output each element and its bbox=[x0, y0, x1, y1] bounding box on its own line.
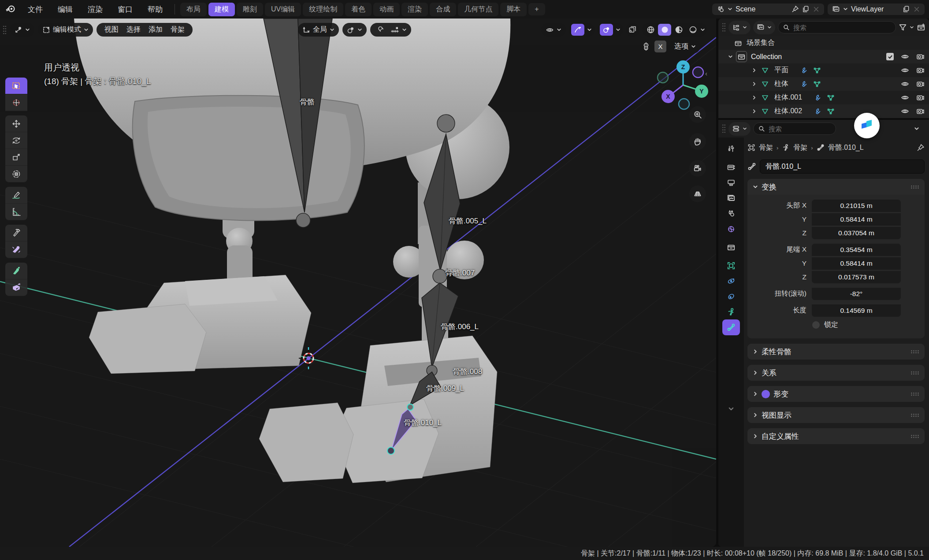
show-gizmo-toggle[interactable] bbox=[571, 24, 584, 36]
breadcrumb-object[interactable]: 骨架 bbox=[759, 143, 773, 152]
bone-name-field[interactable]: 骨骼.010_L bbox=[760, 159, 925, 174]
outliner-search[interactable] bbox=[778, 21, 896, 33]
outliner-item-label[interactable]: 柱体.002 bbox=[774, 107, 802, 116]
tool-bone-envelope[interactable] bbox=[5, 241, 27, 258]
show-overlays-toggle[interactable] bbox=[600, 24, 613, 36]
outliner-row-plane[interactable]: 平面 bbox=[718, 63, 929, 77]
menu-window[interactable]: 窗口 bbox=[110, 0, 140, 19]
outliner-row-scene-collection[interactable]: 场景集合 bbox=[718, 36, 929, 50]
tab-view-layer[interactable] bbox=[722, 190, 740, 206]
filter-funnel-icon[interactable] bbox=[899, 23, 907, 32]
menu-file[interactable]: 文件 bbox=[20, 0, 50, 19]
chevron-down-icon[interactable] bbox=[910, 25, 914, 30]
workspace-tab-animation[interactable]: 动画 bbox=[373, 3, 400, 16]
panel-drag-handle[interactable] bbox=[910, 350, 919, 354]
collapse-chevron-icon[interactable] bbox=[728, 54, 733, 59]
pivot-point-selector[interactable] bbox=[342, 23, 367, 37]
editor-type-selector[interactable] bbox=[10, 23, 34, 37]
tail-y-field[interactable]: 0.58414 m bbox=[812, 257, 901, 270]
chevron-down-icon[interactable] bbox=[700, 27, 705, 32]
roll-field[interactable]: -82° bbox=[812, 288, 901, 300]
tool-transform[interactable] bbox=[5, 166, 27, 182]
outliner-item-label[interactable]: 柱体.001 bbox=[774, 93, 802, 102]
deform-checkbox[interactable] bbox=[762, 390, 770, 398]
camera-view-button[interactable] bbox=[689, 160, 706, 177]
editor-grip[interactable] bbox=[722, 124, 726, 134]
tab-object[interactable] bbox=[722, 258, 740, 274]
floating-app-logo[interactable] bbox=[854, 113, 880, 138]
menu-add[interactable]: 添加 bbox=[145, 25, 166, 35]
hide-eye-icon[interactable] bbox=[901, 80, 909, 88]
menu-view[interactable]: 视图 bbox=[101, 25, 122, 35]
tail-x-field[interactable]: 0.35454 m bbox=[812, 244, 901, 256]
shading-rendered-button[interactable] bbox=[686, 24, 699, 36]
render-camera-icon[interactable] bbox=[916, 52, 925, 61]
render-camera-icon[interactable] bbox=[916, 66, 925, 74]
outliner-row-cylinder-001[interactable]: 柱体.001 bbox=[718, 91, 929, 104]
outliner-row-cylinder-002[interactable]: 柱体.002 bbox=[718, 104, 929, 118]
tool-cursor[interactable] bbox=[5, 94, 27, 111]
tab-output[interactable] bbox=[722, 175, 740, 191]
properties-search[interactable] bbox=[753, 122, 836, 135]
outliner-row-collection[interactable]: Collection bbox=[718, 50, 929, 63]
workspace-add-button[interactable]: + bbox=[528, 3, 545, 15]
expand-chevron-icon[interactable] bbox=[752, 82, 757, 86]
custom-properties-panel[interactable]: 自定义属性 bbox=[747, 428, 925, 444]
hide-eye-icon[interactable] bbox=[901, 93, 909, 102]
workspace-tab-sculpt[interactable]: 雕刻 bbox=[237, 3, 263, 16]
deform-panel[interactable]: 形变 bbox=[747, 386, 925, 402]
tool-move[interactable] bbox=[5, 115, 27, 132]
render-camera-icon[interactable] bbox=[916, 107, 925, 115]
outliner-item-label[interactable]: 平面 bbox=[774, 66, 788, 75]
panel-drag-handle[interactable] bbox=[910, 371, 919, 375]
chevron-down-icon[interactable] bbox=[616, 27, 621, 32]
shading-solid-button[interactable] bbox=[658, 24, 671, 36]
tab-world[interactable] bbox=[722, 221, 740, 237]
bendy-bones-panel[interactable]: 柔性骨骼 bbox=[747, 344, 925, 360]
outliner-filter-mode[interactable] bbox=[753, 21, 775, 34]
editor-grip[interactable] bbox=[722, 22, 726, 32]
properties-editor-type[interactable] bbox=[728, 122, 751, 136]
transform-panel-header[interactable]: 变换 bbox=[747, 179, 925, 195]
workspace-tab-texture-paint[interactable]: 纹理绘制 bbox=[303, 3, 343, 16]
snap-magnet-toggle[interactable] bbox=[375, 24, 388, 36]
head-z-field[interactable]: 0.037054 m bbox=[812, 227, 901, 239]
blender-logo-icon[interactable] bbox=[5, 3, 16, 16]
pan-button[interactable] bbox=[689, 133, 706, 150]
navigation-gizmo[interactable]: Z Y X bbox=[656, 57, 713, 115]
tab-constraints[interactable] bbox=[722, 289, 740, 304]
workspace-tab-uv[interactable]: UV编辑 bbox=[265, 3, 301, 16]
viewport-canvas[interactable] bbox=[0, 19, 716, 547]
breadcrumb-armature[interactable]: 骨架 bbox=[793, 143, 807, 152]
tab-tool[interactable] bbox=[722, 141, 740, 157]
menu-armature[interactable]: 骨架 bbox=[167, 25, 188, 35]
workspace-tab-layout[interactable]: 布局 bbox=[180, 3, 207, 16]
viewlayer-name[interactable]: ViewLayer bbox=[851, 5, 899, 13]
lock-toggle[interactable] bbox=[812, 321, 820, 329]
collapse-chevron-icon[interactable] bbox=[914, 126, 919, 131]
relations-panel[interactable]: 关系 bbox=[747, 365, 925, 381]
viewlayer-selector[interactable]: ViewLayer bbox=[828, 4, 925, 15]
tab-render[interactable] bbox=[722, 159, 740, 175]
pin-icon[interactable] bbox=[917, 144, 925, 152]
panel-drag-handle[interactable] bbox=[910, 392, 919, 396]
chevron-down-icon[interactable] bbox=[587, 27, 592, 32]
menu-render[interactable]: 渲染 bbox=[80, 0, 110, 19]
visibility-selector[interactable] bbox=[541, 23, 566, 37]
exclude-checkbox[interactable] bbox=[886, 53, 894, 60]
outliner-item-label[interactable]: 柱体 bbox=[774, 79, 788, 89]
outliner-search-input[interactable] bbox=[793, 24, 891, 31]
length-field[interactable]: 0.14569 m bbox=[812, 304, 901, 317]
breadcrumb-bone[interactable]: 骨骼.010_L bbox=[828, 143, 864, 152]
render-camera-icon[interactable] bbox=[916, 93, 925, 102]
outliner-display-mode[interactable] bbox=[728, 21, 751, 34]
new-collection-icon[interactable] bbox=[917, 23, 925, 32]
hide-eye-icon[interactable] bbox=[901, 52, 909, 61]
panel-drag-handle[interactable] bbox=[910, 434, 919, 438]
copy-viewlayer-icon[interactable] bbox=[903, 5, 910, 13]
xray-toggle[interactable] bbox=[626, 23, 639, 37]
hide-eye-icon[interactable] bbox=[901, 66, 909, 74]
menu-select[interactable]: 选择 bbox=[123, 25, 144, 35]
expand-chevron-icon[interactable] bbox=[752, 68, 757, 73]
workspace-tab-scripting[interactable]: 脚本 bbox=[500, 3, 527, 16]
